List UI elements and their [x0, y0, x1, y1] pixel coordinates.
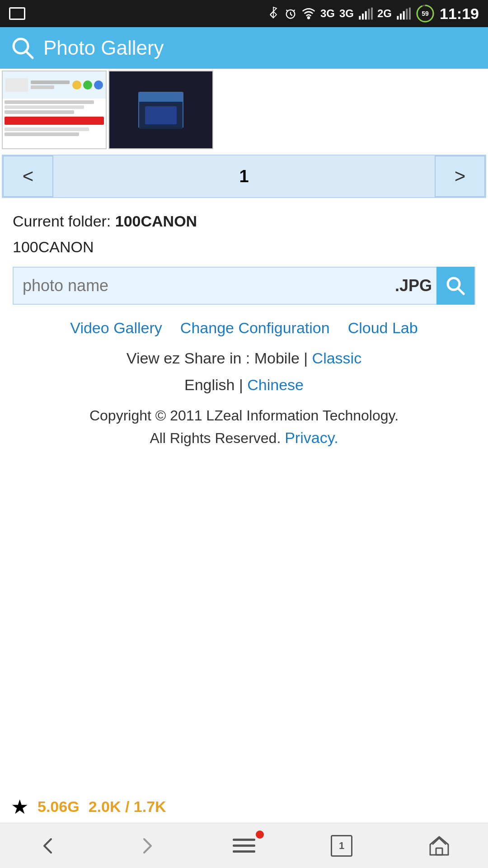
video-gallery-link[interactable]: Video Gallery [70, 319, 162, 337]
view-label: View ez Share in : Mobile | [127, 349, 308, 367]
search-btn-icon [445, 275, 466, 297]
language-row: English | Chinese [13, 376, 475, 394]
svg-rect-4 [365, 11, 367, 20]
file-extension-label: .JPG [390, 276, 436, 295]
page-number: 1 [53, 156, 435, 197]
back-button[interactable] [31, 832, 67, 859]
folder-name: 100CANON [13, 238, 475, 256]
photo-search-bar[interactable]: .JPG [13, 267, 475, 305]
copyright-row: Copyright © 2011 LZeal Information Techn… [13, 405, 475, 449]
search-header-title: Photo Gallery [43, 37, 164, 59]
pagination-bar: < 1 > [2, 155, 486, 198]
prev-page-button[interactable]: < [3, 156, 53, 197]
all-rights-text: All Rights Reserved. [150, 430, 281, 446]
photo-thumb-1[interactable] [2, 71, 107, 149]
search-header[interactable]: Photo Gallery [0, 27, 488, 69]
chinese-link[interactable]: Chinese [247, 376, 304, 393]
view-row: View ez Share in : Mobile | Classic [13, 349, 475, 367]
links-row: Video Gallery Change Configuration Cloud… [13, 319, 475, 337]
network-2g: 2G [377, 7, 392, 20]
svg-rect-10 [406, 9, 408, 19]
privacy-link[interactable]: Privacy. [285, 429, 338, 446]
english-label: English | [184, 376, 243, 393]
menu-button[interactable] [226, 832, 262, 859]
svg-rect-9 [403, 11, 405, 20]
status-left [9, 7, 25, 20]
svg-line-16 [26, 51, 33, 58]
classic-link[interactable]: Classic [312, 349, 362, 367]
star-icon: ★ [11, 795, 28, 818]
tabs-button[interactable]: 1 [324, 832, 360, 859]
status-bar: 3G 3G 2G 59 11:19 [0, 0, 488, 27]
current-folder-line: Current folder: 100CANON [13, 212, 475, 230]
menu-icon [233, 839, 255, 853]
svg-rect-6 [371, 8, 373, 20]
photo-search-button[interactable] [436, 267, 474, 305]
home-button[interactable] [421, 832, 457, 859]
svg-point-1 [308, 17, 310, 19]
home-icon [428, 835, 450, 857]
forward-icon [135, 835, 158, 857]
battery-circle: 59 [415, 4, 435, 24]
next-page-button[interactable]: > [435, 156, 485, 197]
storage-info: 5.06G [38, 798, 80, 816]
status-right: 3G 3G 2G 59 11:19 [267, 4, 479, 24]
forward-button[interactable] [128, 832, 164, 859]
time-display: 11:19 [440, 5, 479, 23]
signal-icon-2 [396, 7, 411, 20]
menu-notification-badge [256, 830, 264, 839]
photo-name-input[interactable] [14, 276, 390, 295]
svg-rect-19 [436, 848, 442, 855]
svg-rect-7 [397, 16, 399, 19]
network-3g-1: 3G [320, 7, 335, 20]
photo-grid [0, 69, 488, 151]
back-icon [38, 835, 60, 857]
svg-rect-11 [409, 8, 411, 20]
photo-thumb-2[interactable] [108, 71, 213, 149]
resolution-info: 2.0K / 1.7K [89, 798, 166, 816]
rights-reserved: All Rights Reserved. Privacy. [13, 426, 475, 449]
network-3g-2: 3G [339, 7, 354, 20]
bottom-nav-bar: 1 [0, 823, 488, 868]
signal-icon [358, 7, 373, 20]
tabs-count: 1 [331, 835, 352, 857]
cloud-lab-link[interactable]: Cloud Lab [348, 319, 418, 337]
content-area: Current folder: 100CANON 100CANON .JPG V… [0, 202, 488, 460]
svg-rect-8 [400, 14, 402, 19]
screen-icon [9, 7, 25, 20]
bluetooth-icon [267, 5, 280, 22]
svg-text:59: 59 [422, 10, 429, 17]
copyright-text: Copyright © 2011 LZeal Information Techn… [13, 405, 475, 426]
change-configuration-link[interactable]: Change Configuration [180, 319, 330, 337]
svg-line-18 [458, 288, 464, 294]
search-icon [11, 36, 34, 60]
current-folder-value: 100CANON [115, 212, 197, 230]
svg-rect-3 [362, 14, 364, 19]
svg-rect-2 [359, 16, 361, 19]
svg-rect-5 [368, 9, 370, 19]
wifi-icon [301, 7, 316, 20]
alarm-icon [284, 7, 297, 20]
current-folder-label: Current folder: [13, 212, 111, 230]
bottom-status: ★ 5.06G 2.0K / 1.7K [0, 791, 488, 823]
